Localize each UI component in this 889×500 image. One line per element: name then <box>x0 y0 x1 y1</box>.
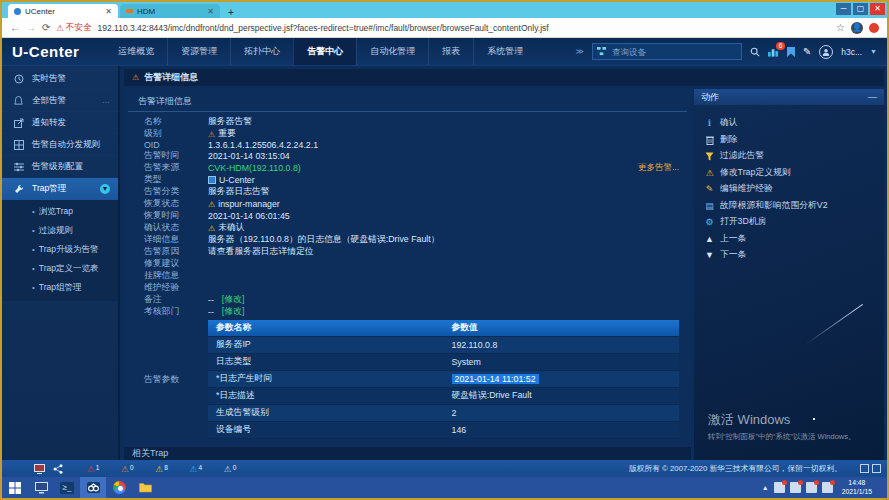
bookmark-flag-icon[interactable] <box>787 47 795 57</box>
chevron-down-icon[interactable]: ▼ <box>100 184 110 194</box>
browser-tab-ucenter[interactable]: UCenter ✕ <box>8 4 118 18</box>
alarm-stats-icon[interactable]: 6 <box>768 47 779 57</box>
close-button[interactable]: ✕ <box>870 3 885 15</box>
tray-expand-icon[interactable]: ▲ <box>762 484 769 491</box>
nav-reports[interactable]: 报表 <box>428 38 473 65</box>
submenu-filter-rules[interactable]: 过滤规则 <box>2 221 118 240</box>
device-search[interactable] <box>592 43 742 60</box>
action-open-3d-room[interactable]: ⚙打开3D机房 <box>704 214 884 231</box>
panel-toggle-icon[interactable] <box>860 464 869 473</box>
sidebar-item-auto-dispatch-rules[interactable]: 告警自动分发规则 <box>2 134 118 156</box>
nav-automation[interactable]: 自动化管理 <box>356 38 428 65</box>
submenu-trap-upgrade[interactable]: Trap升级为告警 <box>2 240 118 259</box>
more-indicator: … <box>102 96 110 105</box>
action-previous[interactable]: ▲上一条 <box>704 231 884 248</box>
app-logo: U-Center <box>12 43 79 60</box>
tray-icon[interactable] <box>774 482 785 493</box>
edit-pencil-icon[interactable]: ✎ <box>803 46 811 57</box>
search-icon[interactable] <box>750 47 760 57</box>
alarm-source-link[interactable]: CVK-HDM(192.110.0.8) <box>208 163 301 173</box>
action-edit-maintenance[interactable]: ✎编辑维护经验 <box>704 181 884 198</box>
user-caret-icon[interactable]: ▼ <box>870 48 877 55</box>
tab-close-icon[interactable]: ✕ <box>105 7 112 16</box>
taskbar-powershell-icon[interactable]: ≥_ <box>54 477 80 498</box>
sidebar-item-notification-forwarding[interactable]: 通知转发 <box>2 112 118 134</box>
sidebar-item-trap-management[interactable]: Trap管理 ▼ <box>2 178 118 200</box>
username[interactable]: h3c... <box>841 47 862 57</box>
info-alarm-count[interactable]: ⚠0 <box>224 464 236 474</box>
nav-overview[interactable]: 运维概览 <box>105 38 167 65</box>
taskbar-chrome-icon[interactable] <box>106 477 132 498</box>
taskbar-file-explorer-icon[interactable] <box>132 477 158 498</box>
action-root-cause-analysis[interactable]: ▤故障根源和影响范围分析V2 <box>704 198 884 215</box>
modify-note-link[interactable]: [修改] <box>222 294 244 306</box>
field-row: 挂牌信息 <box>124 270 691 282</box>
field-row: 类型U-Center <box>124 174 691 186</box>
tray-icon[interactable] <box>790 482 801 493</box>
selected-value[interactable]: 2021-01-14 11:01:52 <box>452 374 539 384</box>
monitor-icon[interactable] <box>34 464 45 474</box>
browser-tab-hdm[interactable]: HDM ✕ <box>120 4 220 18</box>
profile-icon[interactable]: 👤 <box>851 22 863 34</box>
submenu-browse-trap[interactable]: 浏览Trap <box>2 202 118 221</box>
modify-department-link[interactable]: [修改] <box>222 306 244 318</box>
minor-alarm-count[interactable]: ⚠8 <box>156 464 168 474</box>
sidebar-item-realtime-alarms[interactable]: 实时告警 <box>2 68 118 90</box>
params-label: 告警参数 <box>124 320 208 439</box>
nav-topology[interactable]: 拓扑中心 <box>230 38 293 65</box>
back-icon[interactable]: ← <box>10 22 20 33</box>
share-nodes-icon[interactable] <box>53 464 63 474</box>
action-delete[interactable]: 删除 <box>704 132 884 149</box>
security-warning[interactable]: ⚠ 不安全 <box>56 22 91 34</box>
table-row: *日志产生时间2021-01-14 11:01:52 <box>208 371 679 388</box>
tab-close-icon[interactable]: ✕ <box>207 7 214 16</box>
search-input[interactable] <box>610 46 720 58</box>
sidebar-item-all-alarms[interactable]: 全部告警 … <box>2 90 118 112</box>
taskbar-pc-icon[interactable] <box>28 477 54 498</box>
nav-alarm-center[interactable]: 告警中心 <box>293 38 356 65</box>
table-row: 生成告警级别2 <box>208 405 679 422</box>
action-filter-alarm[interactable]: 过滤此告警 <box>704 148 884 165</box>
related-trap-header[interactable]: 相关Trap <box>124 447 691 460</box>
screen: UCenter ✕ HDM ✕ + ─ ▢ ✕ ← → ⟳ ⚠ 不安全 192.… <box>0 0 889 500</box>
tray-icon[interactable] <box>806 482 817 493</box>
action-next[interactable]: ▼下一条 <box>704 247 884 264</box>
user-avatar[interactable] <box>819 45 833 59</box>
sidebar: 实时告警 全部告警 … 通知转发 告警自动分发规则 告警级别配置 Trap <box>2 66 120 460</box>
bell-icon <box>14 96 25 106</box>
field-row: 名称服务器告警 <box>124 116 691 128</box>
more-alarms-link[interactable]: 更多告警... <box>638 162 691 174</box>
minimize-button[interactable]: ─ <box>836 3 851 15</box>
submenu-trap-definitions[interactable]: Trap定义一览表 <box>2 259 118 278</box>
field-row: 确认状态⚠未确认 <box>124 222 691 234</box>
start-button[interactable] <box>2 477 28 498</box>
chrome-profile-badge-icon[interactable] <box>869 23 879 33</box>
nav-resources[interactable]: 资源管理 <box>167 38 230 65</box>
new-tab-button[interactable]: + <box>220 7 242 18</box>
ack-warning-icon: ⚠ <box>208 224 215 233</box>
clock-icon <box>14 74 25 84</box>
panel-toggle-icon[interactable] <box>872 464 881 473</box>
column-header: 参数名称 <box>208 320 444 337</box>
action-acknowledge[interactable]: ℹ确认 <box>704 115 884 132</box>
taskbar-binoculars-app-icon[interactable] <box>80 477 106 498</box>
sidebar-item-alarm-level-config[interactable]: 告警级别配置 <box>2 156 118 178</box>
warning-icon: ⚠ <box>224 464 232 474</box>
nav-system[interactable]: 系统管理 <box>473 38 536 65</box>
action-modify-trap-rule[interactable]: ⚠修改Trap定义规则 <box>704 165 884 182</box>
bookmark-star-icon[interactable]: ☆ <box>836 22 845 33</box>
tray-icon[interactable] <box>822 482 833 493</box>
critical-alarm-count[interactable]: ⚠1 <box>87 464 99 474</box>
field-row: 告警分类服务器日志告警 <box>124 186 691 198</box>
submenu-trap-groups[interactable]: Trap组管理 <box>2 278 118 297</box>
refresh-icon[interactable]: ⟳ <box>42 22 50 33</box>
warning-alarm-count[interactable]: ⚠4 <box>190 464 202 474</box>
forward-icon[interactable]: → <box>26 22 36 33</box>
collapse-icon[interactable]: — <box>868 92 877 102</box>
chevrons-icon[interactable]: ≫ <box>576 47 584 56</box>
maximize-button[interactable]: ▢ <box>853 3 868 15</box>
taskbar-clock[interactable]: 14:48 2021/1/15 <box>838 479 876 497</box>
major-alarm-count[interactable]: ⚠0 <box>121 464 133 474</box>
url-field[interactable]: 192.110.3.42:8443/imc/dndfront/dnd_persp… <box>98 23 831 33</box>
arrow-up-icon: ▲ <box>704 234 715 244</box>
